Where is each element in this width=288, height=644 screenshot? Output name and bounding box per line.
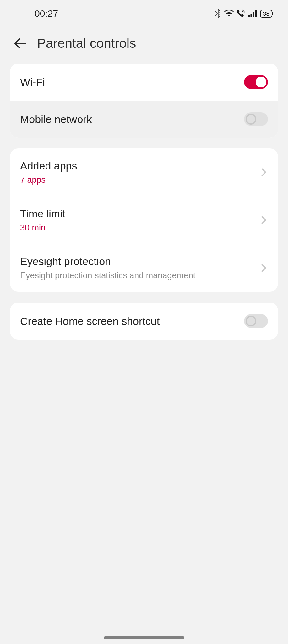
time-limit-sub: 30 min [20, 223, 65, 233]
network-card: Wi-Fi Mobile network [10, 64, 278, 138]
wifi-icon [224, 10, 234, 17]
time-limit-row[interactable]: Time limit 30 min [10, 196, 278, 244]
wifi-calling-icon [236, 9, 246, 18]
create-shortcut-toggle[interactable] [244, 314, 268, 328]
home-indicator[interactable] [104, 636, 184, 639]
added-apps-title: Added apps [20, 160, 77, 172]
create-shortcut-label: Create Home screen shortcut [20, 315, 160, 327]
cell-signal-icon [248, 10, 258, 17]
svg-rect-3 [255, 10, 257, 17]
added-apps-row[interactable]: Added apps 7 apps [10, 148, 278, 196]
mobile-network-label: Mobile network [20, 113, 92, 125]
page-header: Parental controls [0, 23, 288, 64]
added-apps-sub: 7 apps [20, 175, 77, 185]
create-shortcut-row[interactable]: Create Home screen shortcut [10, 303, 278, 340]
chevron-right-icon [260, 264, 268, 272]
shortcut-card: Create Home screen shortcut [10, 303, 278, 340]
status-icons: 38 [215, 9, 272, 18]
status-time: 00:27 [35, 8, 58, 19]
eyesight-title: Eyesight protection [20, 255, 195, 268]
time-limit-title: Time limit [20, 208, 65, 220]
svg-rect-1 [250, 14, 252, 17]
wifi-toggle[interactable] [244, 75, 268, 89]
page-title: Parental controls [37, 36, 136, 51]
chevron-right-icon [260, 216, 268, 224]
arrow-left-icon [14, 38, 26, 48]
status-bar: 00:27 38 [0, 0, 288, 23]
battery-icon: 38 [260, 10, 272, 18]
wifi-row[interactable]: Wi-Fi [10, 64, 278, 101]
bluetooth-icon [215, 9, 222, 18]
settings-card: Added apps 7 apps Time limit 30 min Eyes… [10, 148, 278, 292]
eyesight-sub: Eyesight protection statistics and manag… [20, 271, 195, 280]
eyesight-protection-row[interactable]: Eyesight protection Eyesight protection … [10, 244, 278, 292]
svg-rect-0 [248, 15, 250, 17]
mobile-network-row[interactable]: Mobile network [10, 101, 278, 138]
mobile-network-toggle[interactable] [244, 112, 268, 126]
wifi-label: Wi-Fi [20, 76, 45, 88]
back-button[interactable] [14, 37, 26, 50]
chevron-right-icon [260, 168, 268, 176]
svg-rect-2 [253, 12, 254, 17]
